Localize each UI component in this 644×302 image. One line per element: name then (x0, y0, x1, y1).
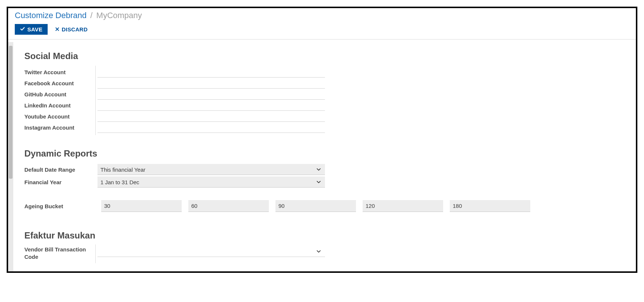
input-github[interactable] (97, 89, 325, 100)
input-linkedin[interactable] (97, 100, 325, 111)
select-financial-year[interactable]: 1 Jan to 31 Dec (97, 176, 325, 188)
input-twitter[interactable] (97, 66, 325, 78)
ageing-bucket-5[interactable] (450, 200, 530, 212)
label-financial-year: Financial Year (24, 179, 95, 185)
section-title-efaktur: Efaktur Masukan (24, 230, 636, 241)
label-default-date-range: Default Date Range (24, 167, 95, 173)
label-github: GitHub Account (24, 89, 95, 100)
check-icon (20, 26, 25, 32)
section-title-social-media: Social Media (24, 51, 636, 61)
ageing-bucket-1[interactable] (101, 200, 182, 212)
social-media-fields: Twitter Account Facebook Account GitHub … (24, 66, 636, 133)
form-sheet: Social Media Twitter Account Facebook Ac… (24, 42, 636, 261)
select-vendor-bill-tx[interactable] (97, 246, 325, 257)
label-instagram: Instagram Account (24, 122, 95, 133)
select-default-date-range[interactable]: This financial Year (97, 164, 325, 175)
breadcrumb-bar: Customize Debrand / MyCompany (8, 8, 636, 22)
save-button[interactable]: SAVE (15, 24, 48, 35)
label-ageing-bucket: Ageing Bucket (24, 203, 95, 209)
ageing-bucket-2[interactable] (188, 200, 269, 212)
scrollbar-thumb[interactable] (9, 46, 13, 179)
label-facebook: Facebook Account (24, 78, 95, 89)
select-financial-year-value: 1 Jan to 31 Dec (100, 179, 139, 185)
save-button-label: SAVE (27, 26, 42, 32)
discard-button-label: DISCARD (62, 26, 88, 32)
breadcrumb-separator: / (90, 11, 93, 20)
row-ageing-bucket: Ageing Bucket (24, 200, 636, 212)
label-linkedin: LinkedIn Account (24, 100, 95, 111)
select-default-date-range-value: This financial Year (100, 166, 145, 172)
row-default-date-range: Default Date Range This financial Year (24, 164, 636, 175)
breadcrumb-link-customize-debrand[interactable]: Customize Debrand (15, 11, 86, 20)
input-instagram[interactable] (97, 122, 325, 133)
form-scroll-area[interactable]: Social Media Twitter Account Facebook Ac… (8, 42, 636, 271)
app-window: Customize Debrand / MyCompany SAVE DISCA… (7, 7, 637, 273)
label-youtube: Youtube Account (24, 111, 95, 122)
discard-button[interactable]: DISCARD (52, 24, 90, 35)
scrollbar-track[interactable] (8, 42, 13, 271)
input-facebook[interactable] (97, 78, 325, 89)
row-vendor-bill-tx: Vendor Bill Transaction Code (24, 246, 636, 261)
label-twitter: Twitter Account (24, 67, 95, 78)
row-financial-year: Financial Year 1 Jan to 31 Dec (24, 176, 636, 188)
ageing-bucket-4[interactable] (363, 200, 443, 212)
section-title-dynamic-reports: Dynamic Reports (24, 148, 636, 159)
breadcrumb: Customize Debrand / MyCompany (15, 10, 629, 21)
input-youtube[interactable] (97, 111, 325, 122)
close-icon (55, 26, 59, 32)
action-bar: SAVE DISCARD (8, 22, 636, 40)
label-vendor-bill-tx: Vendor Bill Transaction Code (24, 246, 95, 261)
ageing-bucket-3[interactable] (275, 200, 356, 212)
breadcrumb-current: MyCompany (96, 11, 142, 20)
